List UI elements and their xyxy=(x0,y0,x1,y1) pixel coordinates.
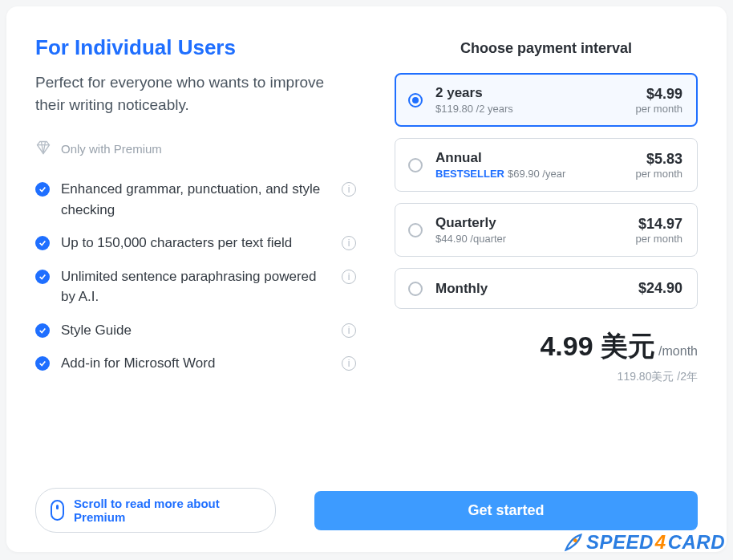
plan-main: Quarterly $44.90 /quarter xyxy=(435,215,622,245)
plan-sub: $119.80 /2 years xyxy=(435,103,622,115)
plan-sub-text: $69.90 /year xyxy=(508,168,565,180)
info-icon[interactable]: i xyxy=(342,182,356,197)
diamond-icon xyxy=(35,140,51,158)
plan-amount: $14.97 xyxy=(635,216,682,233)
radio-icon xyxy=(408,158,423,172)
page-subtitle: Perfect for everyone who wants to improv… xyxy=(35,71,356,116)
plan-per: per month xyxy=(635,103,682,115)
summary-sub: 119.80美元 /2年 xyxy=(395,370,698,384)
mouse-scroll-icon xyxy=(51,500,64,521)
plan-name: Monthly xyxy=(435,281,626,297)
check-icon xyxy=(35,323,50,338)
plan-per: per month xyxy=(635,233,682,245)
bestseller-badge: BESTSELLER xyxy=(435,168,504,180)
plan-list: 2 years $119.80 /2 years $4.99 per month… xyxy=(395,73,698,309)
feature-item: Add-in for Microsoft Word i xyxy=(35,347,356,380)
info-icon[interactable]: i xyxy=(342,356,356,371)
info-icon[interactable]: i xyxy=(342,270,356,284)
summary-unit: /month xyxy=(658,344,698,358)
plan-option-2years[interactable]: 2 years $119.80 /2 years $4.99 per month xyxy=(395,73,698,127)
feature-text: Add-in for Microsoft Word xyxy=(61,353,330,374)
scroll-label: Scroll to read more about Premium xyxy=(74,497,261,524)
plan-option-monthly[interactable]: Monthly $24.90 xyxy=(395,268,698,309)
plan-amount: $24.90 xyxy=(638,280,682,297)
feature-text: Enhanced grammar, punctuation, and style… xyxy=(61,179,330,220)
right-column: Choose payment interval 2 years $119.80 … xyxy=(395,35,698,477)
info-icon[interactable]: i xyxy=(342,236,356,250)
payment-heading: Choose payment interval xyxy=(395,40,698,57)
plan-option-annual[interactable]: Annual BESTSELLER$69.90 /year $5.83 per … xyxy=(395,138,698,192)
plan-amount: $5.83 xyxy=(635,151,682,168)
plan-name: Quarterly xyxy=(435,215,622,231)
summary-price: 4.99 美元 xyxy=(540,331,655,361)
feature-text: Style Guide xyxy=(61,320,330,341)
radio-icon xyxy=(408,223,423,237)
plan-sub: $44.90 /quarter xyxy=(435,233,622,245)
feature-text: Up to 150,000 characters per text field xyxy=(61,233,330,254)
plan-option-quarterly[interactable]: Quarterly $44.90 /quarter $14.97 per mon… xyxy=(395,203,698,257)
plan-main: Annual BESTSELLER$69.90 /year xyxy=(435,150,622,180)
plan-per: per month xyxy=(635,168,682,180)
plan-price: $24.90 xyxy=(638,280,682,297)
pricing-card: For Individual Users Perfect for everyon… xyxy=(6,6,727,552)
radio-icon xyxy=(408,93,423,108)
scroll-more-button[interactable]: Scroll to read more about Premium xyxy=(35,488,276,533)
plan-main: 2 years $119.80 /2 years xyxy=(435,85,622,115)
premium-label: Only with Premium xyxy=(61,142,162,156)
plan-amount: $4.99 xyxy=(635,86,682,103)
feature-item: Up to 150,000 characters per text field … xyxy=(35,226,356,260)
plan-sub: BESTSELLER$69.90 /year xyxy=(435,168,622,180)
feature-item: Style Guide i xyxy=(35,314,356,347)
page-title: For Individual Users xyxy=(35,35,356,60)
get-started-button[interactable]: Get started xyxy=(314,491,698,530)
check-icon xyxy=(35,270,50,284)
plan-price: $14.97 per month xyxy=(635,216,682,245)
plan-price: $4.99 per month xyxy=(635,86,682,115)
feature-text: Unlimited sentence paraphrasing powered … xyxy=(61,266,330,307)
plan-name: 2 years xyxy=(435,85,622,101)
plan-price: $5.83 per month xyxy=(635,151,682,180)
feature-item: Unlimited sentence paraphrasing powered … xyxy=(35,260,356,314)
top-row: For Individual Users Perfect for everyon… xyxy=(35,35,698,477)
check-icon xyxy=(35,356,50,371)
bottom-row: Scroll to read more about Premium Get st… xyxy=(35,477,698,552)
left-column: For Individual Users Perfect for everyon… xyxy=(35,35,356,477)
premium-header: Only with Premium xyxy=(35,140,356,158)
feature-list: Enhanced grammar, punctuation, and style… xyxy=(35,172,356,380)
info-icon[interactable]: i xyxy=(342,323,356,338)
radio-icon xyxy=(408,282,423,296)
plan-main: Monthly xyxy=(435,281,626,297)
check-icon xyxy=(35,182,50,197)
plan-name: Annual xyxy=(435,150,622,166)
feature-item: Enhanced grammar, punctuation, and style… xyxy=(35,172,356,226)
price-summary: 4.99 美元/month 119.80美元 /2年 xyxy=(395,328,698,384)
check-icon xyxy=(35,236,50,250)
